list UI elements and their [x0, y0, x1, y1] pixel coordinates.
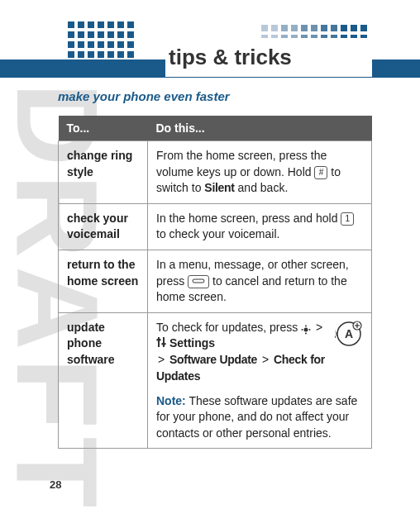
center-key-icon [301, 323, 311, 333]
svg-point-70 [302, 329, 303, 331]
software-update-label: Software Update [169, 353, 257, 366]
svg-rect-5 [117, 21, 124, 28]
svg-rect-61 [193, 279, 204, 283]
page-number: 28 [50, 478, 61, 491]
svg-rect-34 [321, 25, 327, 31]
svg-rect-74 [157, 339, 161, 341]
svg-rect-32 [301, 25, 308, 31]
page-title: tips & tricks [165, 38, 372, 77]
svg-rect-38 [360, 25, 367, 31]
svg-rect-27 [127, 51, 134, 58]
page-subtitle: make your phone even faster [58, 89, 230, 103]
row-do: From the home screen, press the volume k… [148, 141, 372, 204]
svg-rect-12 [117, 31, 124, 38]
col-header-do: Do this... [148, 116, 372, 141]
table-row: change ring style From the home screen, … [59, 141, 372, 204]
svg-rect-2 [88, 21, 94, 28]
svg-rect-14 [68, 41, 74, 48]
svg-rect-37 [351, 25, 357, 31]
note-text: These software updates are safe for your… [156, 394, 357, 440]
svg-rect-4 [107, 21, 114, 28]
svg-rect-33 [311, 25, 317, 31]
svg-rect-24 [98, 51, 104, 58]
row-do: In the home screen, press and hold 1 to … [148, 203, 372, 250]
svg-rect-0 [68, 21, 74, 28]
svg-point-69 [305, 333, 307, 335]
svg-rect-7 [68, 31, 74, 38]
svg-point-68 [305, 326, 307, 327]
row-to: return to the home screen [59, 250, 148, 312]
svg-rect-73 [163, 337, 165, 347]
svg-rect-16 [88, 41, 94, 48]
note-label: Note: [156, 394, 186, 407]
svg-rect-6 [127, 21, 134, 28]
one-key-icon: 1 [341, 212, 354, 226]
svg-rect-35 [331, 25, 337, 31]
table-row: update phone software A To check for upd… [59, 312, 372, 449]
svg-rect-3 [98, 21, 104, 28]
silent-label: Silent [204, 181, 234, 194]
svg-rect-15 [78, 41, 84, 48]
svg-point-71 [309, 329, 311, 331]
table-header-row: To... Do this... [59, 116, 372, 141]
svg-rect-72 [158, 337, 160, 347]
col-header-to: To... [59, 116, 148, 141]
row-do: A To check for updates, press > Settings… [148, 312, 372, 449]
row-to: check your voicemail [59, 203, 148, 250]
text: In the home screen, press and hold [156, 212, 341, 225]
svg-rect-1 [78, 21, 84, 28]
svg-rect-8 [78, 31, 84, 38]
svg-rect-22 [78, 51, 84, 58]
svg-rect-19 [117, 41, 124, 48]
ota-update-icon: A [335, 320, 363, 353]
svg-rect-20 [127, 41, 134, 48]
text: To check for updates, press [156, 321, 301, 334]
svg-rect-10 [98, 31, 104, 38]
svg-text:A: A [345, 327, 353, 340]
svg-rect-17 [98, 41, 104, 48]
end-key-icon [188, 275, 209, 288]
svg-rect-23 [88, 51, 94, 58]
svg-rect-29 [271, 25, 278, 31]
text: to check your voicemail. [156, 227, 279, 240]
tips-table: To... Do this... change ring style From … [58, 116, 372, 449]
separator: > [158, 352, 165, 369]
svg-rect-18 [107, 41, 114, 48]
svg-rect-13 [127, 31, 134, 38]
hash-key-icon: # [314, 166, 327, 179]
svg-point-67 [304, 328, 308, 332]
svg-rect-31 [291, 25, 298, 31]
text: and back. [235, 181, 289, 194]
svg-rect-21 [68, 51, 74, 58]
separator: > [316, 320, 322, 336]
row-to: update phone software [59, 312, 148, 449]
row-to: change ring style [59, 141, 148, 204]
svg-rect-26 [117, 51, 124, 58]
table-row: check your voicemail In the home screen,… [59, 203, 372, 250]
settings-icon [156, 336, 166, 353]
svg-rect-28 [261, 25, 268, 31]
table-row: return to the home screen In a menu, mes… [59, 250, 372, 312]
svg-rect-36 [341, 25, 347, 31]
svg-rect-75 [162, 343, 166, 345]
svg-rect-25 [107, 51, 114, 58]
svg-rect-11 [107, 31, 114, 38]
svg-rect-9 [88, 31, 94, 38]
separator: > [262, 352, 269, 369]
dots-left [68, 21, 142, 71]
svg-rect-30 [281, 25, 288, 31]
text: From the home screen, press the volume k… [156, 149, 327, 178]
row-do: In a menu, message, or other screen, pre… [148, 250, 372, 312]
settings-label: Settings [169, 336, 215, 350]
